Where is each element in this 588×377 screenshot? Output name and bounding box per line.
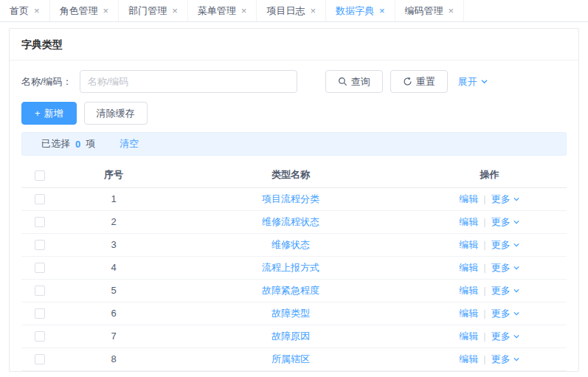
chevron-down-icon <box>513 196 520 203</box>
more-link[interactable]: 更多 <box>491 193 520 206</box>
action-separator: | <box>483 353 485 364</box>
row-checkbox[interactable] <box>35 286 45 296</box>
chevron-down-icon <box>513 356 520 363</box>
tab-label: 角色管理 <box>60 4 98 18</box>
row-index: 8 <box>58 347 169 370</box>
more-link[interactable]: 更多 <box>491 215 520 229</box>
row-checkbox[interactable] <box>35 194 45 204</box>
selected-prefix: 已选择 <box>41 137 70 151</box>
edit-link[interactable]: 编辑 <box>459 353 478 364</box>
header-actions: 操作 <box>412 163 567 187</box>
close-icon[interactable]: × <box>241 6 247 15</box>
table-row: 1 项目流程分类 编辑|更多 <box>21 187 567 210</box>
row-index: 2 <box>58 210 169 233</box>
edit-link[interactable]: 编辑 <box>459 216 478 227</box>
dict-type-link[interactable]: 所属辖区 <box>271 353 310 364</box>
reset-button[interactable]: 重置 <box>390 70 448 93</box>
row-index: 6 <box>58 302 169 325</box>
select-all-checkbox[interactable] <box>35 170 45 181</box>
tab-home[interactable]: 首页 × <box>0 0 50 21</box>
action-separator: | <box>483 262 485 273</box>
tab-role-management[interactable]: 角色管理 × <box>50 0 120 21</box>
action-separator: | <box>483 308 485 319</box>
more-link[interactable]: 更多 <box>491 330 520 343</box>
chevron-down-icon <box>513 241 520 249</box>
row-checkbox[interactable] <box>35 217 45 227</box>
dict-type-link[interactable]: 故障原因 <box>271 331 310 342</box>
edit-link[interactable]: 编辑 <box>459 262 478 273</box>
edit-link[interactable]: 编辑 <box>459 331 478 342</box>
dict-type-link[interactable]: 故障紧急程度 <box>262 285 319 296</box>
expand-link[interactable]: 展开 <box>458 75 488 89</box>
tab-bar: 首页 × 角色管理 × 部门管理 × 菜单管理 × 项目日志 × 数据字典 × … <box>0 0 588 22</box>
dict-type-table: 序号 类型名称 操作 1 项目流程分类 编辑|更多 2 维修流程状态 编辑|更多 <box>21 163 567 371</box>
tab-project-log[interactable]: 项目日志 × <box>257 0 326 21</box>
dict-type-link[interactable]: 维修状态 <box>271 239 310 250</box>
more-link[interactable]: 更多 <box>491 238 520 252</box>
tab-data-dictionary[interactable]: 数据字典 × <box>326 0 395 21</box>
dict-type-link[interactable]: 故障类型 <box>271 308 310 319</box>
row-index: 5 <box>58 279 169 302</box>
query-button[interactable]: 查询 <box>325 70 383 93</box>
action-separator: | <box>483 193 485 204</box>
panel-header: 字典类型 <box>10 29 578 60</box>
close-icon[interactable]: × <box>34 6 40 15</box>
more-link[interactable]: 更多 <box>491 307 520 320</box>
row-index: 7 <box>58 325 169 347</box>
tab-label: 首页 <box>10 4 29 18</box>
chevron-down-icon <box>513 264 520 271</box>
row-index: 4 <box>58 256 169 279</box>
table-row: 3 维修状态 编辑|更多 <box>21 233 567 256</box>
clear-selection-link[interactable]: 清空 <box>120 137 139 151</box>
row-index: 3 <box>58 233 169 256</box>
row-checkbox[interactable] <box>35 331 45 342</box>
dict-type-panel: 字典类型 名称/编码： 查询 重置 展开 + <box>9 28 579 372</box>
selected-count: 0 <box>75 139 80 150</box>
row-checkbox[interactable] <box>35 263 45 273</box>
action-separator: | <box>483 216 485 227</box>
search-row: 名称/编码： 查询 重置 展开 <box>10 60 578 99</box>
table-row: 8 所属辖区 编辑|更多 <box>21 347 567 370</box>
dict-type-link[interactable]: 流程上报方式 <box>262 262 319 273</box>
tab-label: 部门管理 <box>128 4 167 18</box>
close-icon[interactable]: × <box>310 6 316 15</box>
edit-link[interactable]: 编辑 <box>459 308 478 319</box>
table-row: 6 故障类型 编辑|更多 <box>21 302 567 325</box>
tab-code-management[interactable]: 编码管理 × <box>395 0 465 21</box>
edit-link[interactable]: 编辑 <box>459 285 478 296</box>
more-link[interactable]: 更多 <box>491 261 520 274</box>
edit-link[interactable]: 编辑 <box>459 193 478 204</box>
close-icon[interactable]: × <box>379 6 385 15</box>
more-link[interactable]: 更多 <box>491 353 520 366</box>
row-checkbox[interactable] <box>35 354 45 364</box>
dict-type-link[interactable]: 项目流程分类 <box>262 193 319 204</box>
clear-cache-button-label: 清除缓存 <box>97 107 135 120</box>
tab-label: 数据字典 <box>336 4 374 18</box>
table-header-row: 序号 类型名称 操作 <box>21 163 567 187</box>
reset-button-label: 重置 <box>416 75 435 89</box>
action-separator: | <box>483 285 485 296</box>
tab-department-management[interactable]: 部门管理 × <box>119 0 188 21</box>
clear-cache-button[interactable]: 清除缓存 <box>84 102 148 125</box>
expand-link-label: 展开 <box>458 75 477 89</box>
pagination: 总共 104 数据 < 1 2 3 4 5 ··· 13 > <box>10 371 578 377</box>
close-icon[interactable]: × <box>449 6 454 15</box>
search-input[interactable] <box>80 70 297 93</box>
close-icon[interactable]: × <box>103 6 109 15</box>
action-separator: | <box>483 331 485 342</box>
table-row: 4 流程上报方式 编辑|更多 <box>21 256 567 279</box>
toolbar: + 新增 清除缓存 <box>10 99 578 132</box>
refresh-icon <box>403 77 412 86</box>
chevron-down-icon <box>513 333 520 340</box>
selection-alert: 已选择 0 项 清空 <box>21 132 567 156</box>
dict-type-link[interactable]: 维修流程状态 <box>262 216 319 227</box>
row-checkbox[interactable] <box>35 240 45 250</box>
tab-menu-management[interactable]: 菜单管理 × <box>188 0 257 21</box>
edit-link[interactable]: 编辑 <box>459 239 478 250</box>
table-row: 2 维修流程状态 编辑|更多 <box>21 210 567 233</box>
row-checkbox[interactable] <box>35 308 45 319</box>
close-icon[interactable]: × <box>172 6 178 15</box>
row-index: 1 <box>58 187 169 210</box>
more-link[interactable]: 更多 <box>491 284 520 297</box>
add-button[interactable]: + 新增 <box>21 102 77 125</box>
